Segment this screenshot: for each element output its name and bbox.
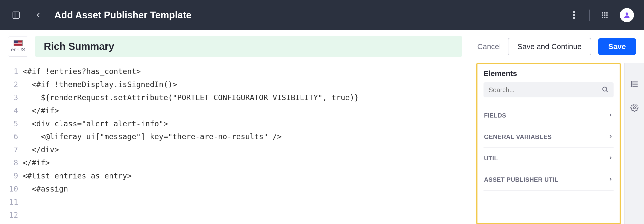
code-line[interactable]: <@liferay_ui["message"] key="there-are-n… xyxy=(23,130,476,143)
section-label: UTIL xyxy=(484,155,498,162)
svg-point-22 xyxy=(631,86,632,87)
topbar-divider xyxy=(589,10,590,21)
code-line[interactable]: <div class="alert alert-info"> xyxy=(23,117,476,130)
chevron-right-icon xyxy=(608,134,613,140)
svg-rect-12 xyxy=(604,17,606,18)
chevron-right-icon xyxy=(608,177,613,183)
code-line[interactable]: <#if !themeDisplay.isSignedIn()> xyxy=(23,78,476,91)
line-number: 9 xyxy=(0,169,18,182)
line-number: 10 xyxy=(0,182,18,196)
code-line[interactable]: </div> xyxy=(23,143,476,156)
back-icon[interactable] xyxy=(32,9,44,21)
template-title-input[interactable]: Rich Summary xyxy=(35,36,462,57)
cancel-button[interactable]: Cancel xyxy=(477,42,501,51)
code-lines[interactable]: <#if !entries?has_content> <#if !themeDi… xyxy=(23,65,476,224)
code-line[interactable]: <#if !entries?has_content> xyxy=(23,65,476,78)
line-number: 8 xyxy=(0,156,18,169)
elements-panel: Elements FIELDS GENERAL VARIABLES xyxy=(476,63,621,224)
search-input[interactable] xyxy=(489,86,601,94)
gear-icon[interactable] xyxy=(628,102,640,114)
elements-search[interactable] xyxy=(484,82,614,97)
line-number: 12 xyxy=(0,209,18,222)
action-buttons: Cancel Save and Continue Save xyxy=(477,38,636,55)
section-general-variables[interactable]: GENERAL VARIABLES xyxy=(484,126,614,148)
section-util[interactable]: UTIL xyxy=(484,148,614,169)
section-label: ASSET PUBLISHER UTIL xyxy=(484,176,558,183)
top-bar-left: Add Asset Publisher Template xyxy=(10,9,191,21)
svg-point-21 xyxy=(631,84,632,85)
line-number: 6 xyxy=(0,130,18,143)
list-icon[interactable] xyxy=(628,78,640,90)
more-icon[interactable] xyxy=(568,9,580,21)
svg-point-3 xyxy=(573,14,575,16)
right-tool-strip xyxy=(624,63,644,224)
svg-point-20 xyxy=(631,81,632,82)
search-icon[interactable] xyxy=(601,86,609,94)
avatar[interactable] xyxy=(620,8,634,22)
locale-selector[interactable]: en-US xyxy=(8,36,28,57)
chevron-right-icon xyxy=(608,113,613,119)
section-asset-publisher-util[interactable]: ASSET PUBLISHER UTIL xyxy=(484,169,614,191)
section-label: FIELDS xyxy=(484,112,506,119)
top-bar: Add Asset Publisher Template xyxy=(0,0,644,30)
line-number: 3 xyxy=(0,91,18,104)
code-line[interactable]: <#assign xyxy=(23,182,476,196)
line-number: 1 xyxy=(0,65,18,78)
svg-point-2 xyxy=(573,11,575,13)
line-number: 4 xyxy=(0,104,18,117)
svg-point-14 xyxy=(626,12,628,15)
code-line[interactable]: </#if> xyxy=(23,104,476,117)
svg-rect-9 xyxy=(604,15,606,16)
line-number: 2 xyxy=(0,78,18,91)
code-editor[interactable]: 1 2 3 4 5 6 7 8 9 10 11 12 <#if !entries… xyxy=(0,63,476,224)
section-label: GENERAL VARIABLES xyxy=(484,133,552,140)
svg-rect-10 xyxy=(606,15,608,16)
svg-point-15 xyxy=(603,87,607,91)
code-line[interactable]: ${renderRequest.setAttribute("PORTLET_CO… xyxy=(23,91,476,104)
panel-toggle-icon[interactable] xyxy=(10,9,22,21)
svg-line-16 xyxy=(606,91,608,92)
locale-code: en-US xyxy=(11,47,25,53)
section-fields[interactable]: FIELDS xyxy=(484,105,614,126)
code-line[interactable]: </#if> xyxy=(23,156,476,169)
svg-rect-7 xyxy=(606,12,608,14)
svg-rect-0 xyxy=(13,12,19,18)
svg-rect-8 xyxy=(602,15,603,16)
chevron-right-icon xyxy=(608,155,613,161)
panel-title: Elements xyxy=(484,69,614,78)
save-continue-button[interactable]: Save and Continue xyxy=(508,38,591,55)
svg-rect-13 xyxy=(606,17,608,18)
svg-point-23 xyxy=(633,107,635,109)
line-number: 5 xyxy=(0,117,18,130)
svg-rect-5 xyxy=(602,12,603,14)
code-line[interactable]: <#list entries as entry> xyxy=(23,169,476,182)
svg-rect-6 xyxy=(604,12,606,14)
main-inner: 1 2 3 4 5 6 7 8 9 10 11 12 <#if !entries… xyxy=(0,63,644,224)
svg-rect-11 xyxy=(602,17,603,18)
line-gutter: 1 2 3 4 5 6 7 8 9 10 11 12 xyxy=(0,65,23,224)
main-area: 1 2 3 4 5 6 7 8 9 10 11 12 <#if !entries… xyxy=(0,63,644,224)
apps-grid-icon[interactable] xyxy=(599,9,611,21)
svg-point-4 xyxy=(573,17,575,19)
save-button[interactable]: Save xyxy=(598,38,636,55)
page-title: Add Asset Publisher Template xyxy=(54,10,191,21)
flag-icon xyxy=(14,40,23,46)
top-bar-right xyxy=(568,8,634,22)
line-number: 7 xyxy=(0,143,18,156)
action-bar: en-US Rich Summary Cancel Save and Conti… xyxy=(0,30,644,63)
line-number: 11 xyxy=(0,196,18,209)
